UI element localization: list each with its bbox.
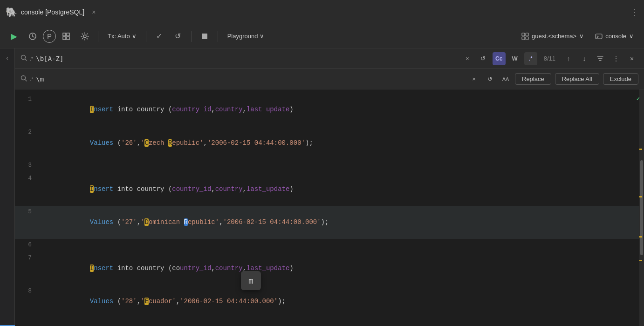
replace-all-button[interactable]: Replace All	[555, 73, 599, 85]
prev-match-button[interactable]: ↑	[562, 52, 575, 65]
next-match-button[interactable]: ↓	[578, 52, 591, 65]
regex-mode-indicator[interactable]: .*	[30, 56, 33, 61]
svg-rect-1	[63, 33, 66, 36]
svg-rect-8	[526, 33, 528, 36]
replace-case-button[interactable]: AA	[499, 73, 512, 86]
line-content[interactable]	[39, 239, 633, 251]
match-count: 8/11	[544, 55, 555, 62]
tooltip-text: m	[248, 276, 253, 285]
stop-button[interactable]	[196, 28, 213, 45]
replace-toggle-button[interactable]: ↺	[483, 73, 496, 86]
playground-label: Playground	[227, 33, 258, 40]
tooltip-popup: m	[241, 271, 261, 290]
tab[interactable]: 🐘 console [PostgreSQL] ×	[6, 7, 630, 18]
check-button[interactable]: ✓	[151, 28, 168, 45]
separator-4	[218, 31, 218, 42]
scrollbar-track[interactable]	[639, 89, 644, 326]
separator-1	[98, 31, 98, 42]
tx-dropdown[interactable]: Tx: Auto ∨	[103, 31, 141, 41]
table-row: 1 Insert into country (country_id,countr…	[15, 93, 644, 126]
highlight: C	[144, 139, 148, 147]
schema-dropdown[interactable]: guest.<schema> ∨	[517, 31, 589, 42]
tab-close-button[interactable]: ×	[92, 8, 96, 16]
line-number: 5	[15, 206, 39, 217]
toolbar: ▶ P Tx: Auto ∨ ✓ ↺ Playground	[0, 24, 644, 48]
line-number: 6	[15, 239, 39, 250]
highlight-selected: R	[184, 218, 188, 226]
svg-rect-9	[522, 37, 525, 40]
line-content[interactable]: Values ('27','Dominican Republic','2006-…	[39, 206, 633, 239]
scrollbar-mark	[639, 236, 642, 238]
playground-chevron: ∨	[260, 33, 264, 40]
line-content[interactable]: Insert into country (country_id,country,…	[39, 252, 633, 285]
toolbar-right: guest.<schema> ∨ console ∨	[517, 31, 638, 42]
history-button[interactable]	[24, 28, 41, 45]
replace-bar: .* × ↺ AA Replace Replace All Exclude	[15, 69, 644, 89]
run-button[interactable]: ▶	[6, 28, 22, 45]
line-content[interactable]: Insert into country (country_id,country,…	[39, 93, 633, 126]
highlight: E	[144, 298, 148, 305]
collapse-button[interactable]: ‹	[6, 54, 8, 61]
scrollbar-thumb[interactable]	[640, 160, 643, 255]
table-row: 6	[15, 239, 644, 252]
table-row: 5 Values ('27','Dominican Republic','200…	[15, 206, 644, 239]
highlight: I	[90, 265, 94, 272]
clear-replace-button[interactable]: ×	[467, 73, 480, 86]
replace-search-icon	[21, 75, 27, 83]
highlight: D	[144, 218, 148, 226]
code-editor[interactable]: 1 Insert into country (country_id,countr…	[15, 89, 644, 326]
case-sensitive-button[interactable]: Cc	[493, 52, 506, 65]
toggle-replace-button[interactable]: ↺	[477, 52, 490, 65]
svg-rect-11	[596, 34, 602, 39]
replace-mode-indicator[interactable]: .*	[30, 76, 33, 82]
tab-title: console [PostgreSQL]	[21, 8, 84, 16]
line-number: 8	[15, 285, 39, 296]
svg-point-5	[83, 35, 86, 38]
clear-search-button[interactable]: ×	[461, 52, 474, 65]
line-number: 1	[15, 93, 39, 104]
scrollbar-mark	[639, 196, 642, 197]
grid-button[interactable]	[58, 28, 75, 45]
close-search-button[interactable]: ×	[625, 52, 638, 65]
more-options-button[interactable]: ⋮	[610, 52, 623, 65]
line-number: 4	[15, 172, 39, 183]
scrollbar-mark	[639, 260, 642, 261]
exclude-button[interactable]: Exclude	[603, 73, 638, 85]
line-content[interactable]: Insert into country (country_id,country,…	[39, 172, 633, 205]
table-row: 3	[15, 159, 644, 172]
regex-button[interactable]: .*	[524, 52, 537, 65]
playground-dropdown[interactable]: Playground ∨	[223, 31, 269, 41]
search-bar: .* × ↺ Cc W .* 8/11 ↑ ↓ ⋮ ×	[15, 48, 644, 69]
replace-button[interactable]: Replace	[515, 73, 551, 85]
table-row: 4 Insert into country (country_id,countr…	[15, 172, 644, 205]
line-content[interactable]	[39, 159, 633, 171]
schema-chevron: ∨	[579, 33, 584, 40]
line-content[interactable]: Values ('28','Ecuador','2006-02-15 04:44…	[39, 285, 633, 318]
line-number: 2	[15, 126, 39, 137]
highlight: I	[90, 106, 94, 113]
svg-line-15	[25, 79, 27, 81]
svg-rect-4	[67, 37, 69, 40]
search-icon-1	[21, 54, 27, 62]
svg-rect-6	[202, 34, 207, 39]
undo-button[interactable]: ↺	[170, 28, 186, 45]
console-dropdown[interactable]: console ∨	[590, 31, 638, 42]
svg-rect-10	[526, 37, 528, 40]
scrollbar-mark	[639, 149, 642, 150]
table-row: 7 Insert into country (country_id,countr…	[15, 252, 644, 285]
line-content[interactable]: Values ('26','Czech Republic','2006-02-1…	[39, 126, 633, 159]
tx-chevron: ∨	[132, 33, 137, 40]
line-number: 7	[15, 252, 39, 263]
separator-2	[146, 31, 146, 42]
svg-rect-7	[522, 33, 525, 36]
separator-3	[191, 31, 192, 42]
replace-input[interactable]	[36, 75, 465, 83]
whole-word-button[interactable]: W	[508, 52, 521, 65]
more-button[interactable]: ⋮	[630, 7, 638, 17]
filter-button[interactable]	[594, 52, 607, 65]
persist-button[interactable]: P	[43, 30, 56, 43]
settings-button[interactable]	[76, 28, 93, 45]
search-input[interactable]	[36, 55, 458, 62]
svg-rect-2	[67, 33, 69, 36]
schema-label: guest.<schema>	[532, 33, 576, 40]
